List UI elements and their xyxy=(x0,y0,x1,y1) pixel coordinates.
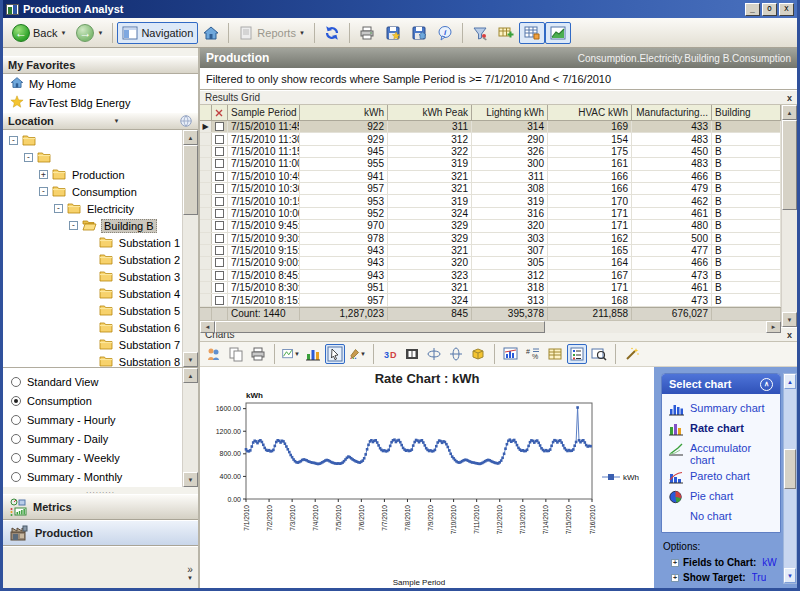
row-selector[interactable] xyxy=(200,282,212,293)
tree-item-substation-2[interactable]: Substation 2 xyxy=(3,251,182,268)
checkbox[interactable] xyxy=(215,283,224,292)
chart-grid-button[interactable] xyxy=(402,344,422,364)
select-chart-pie-chart[interactable]: Pie chart xyxy=(668,488,776,508)
view-option-standard-view[interactable]: Standard View xyxy=(3,372,198,391)
chart-pointer-button[interactable] xyxy=(325,344,345,364)
chart-zoom-button[interactable] xyxy=(589,344,609,364)
checkbox[interactable] xyxy=(215,271,224,280)
radio-icon[interactable] xyxy=(11,377,21,387)
tree-item-electricity[interactable]: -Electricity xyxy=(3,200,182,217)
chart-rotate-v-button[interactable] xyxy=(446,344,466,364)
rate-chart-svg[interactable]: kWh0.00400.00800.001200.001600.007/1/201… xyxy=(200,389,652,587)
tree-expander-icon[interactable]: - xyxy=(24,153,33,162)
checkbox[interactable] xyxy=(215,221,224,230)
location-header[interactable]: Location ▼ xyxy=(3,112,198,130)
tree-scrollbar[interactable]: ▲ ▼ xyxy=(182,130,198,367)
checkbox[interactable] xyxy=(215,234,224,243)
row-checkbox-cell[interactable] xyxy=(212,233,228,244)
reports-button[interactable]: Reports ▼ xyxy=(233,22,309,44)
tree-item-substation-8[interactable]: Substation 8 xyxy=(3,353,182,368)
charts-panel-close-icon[interactable]: x xyxy=(787,330,792,340)
chart-print-button[interactable] xyxy=(248,344,268,364)
view-option-summary-weekly[interactable]: Summary - Weekly xyxy=(3,448,198,467)
grid-vscrollbar[interactable]: ▲ ▼ xyxy=(781,105,797,327)
tree-item-substation-1[interactable]: Substation 1 xyxy=(3,234,182,251)
tree-expander-icon[interactable]: - xyxy=(39,187,48,196)
row-checkbox-cell[interactable] xyxy=(212,146,228,157)
scroll-down-icon[interactable]: ▼ xyxy=(183,352,198,367)
row-selector[interactable] xyxy=(200,183,212,194)
row-checkbox-cell[interactable] xyxy=(212,158,228,169)
grid-column-header-building[interactable]: Building xyxy=(712,105,781,120)
view-option-consumption[interactable]: Consumption xyxy=(3,391,198,410)
row-checkbox-cell[interactable] xyxy=(212,220,228,231)
scroll-up-icon[interactable]: ▲ xyxy=(183,368,198,383)
task-pane-scrollbar[interactable]: ▲ ▼ xyxy=(783,373,797,584)
select-chart-summary-chart[interactable]: Summary chart xyxy=(668,400,776,420)
row-checkbox-cell[interactable] xyxy=(212,133,228,144)
table-row[interactable]: 7/15/2010 8:45:0...943323312167473B xyxy=(200,270,781,282)
radio-icon[interactable] xyxy=(11,472,21,482)
views-scrollbar[interactable]: ▲ ▼ xyxy=(182,368,198,487)
row-selector[interactable] xyxy=(200,146,212,157)
tree-item[interactable]: - xyxy=(3,132,182,149)
row-checkbox-cell[interactable] xyxy=(212,183,228,194)
back-dropdown-icon[interactable]: ▼ xyxy=(60,30,66,36)
grid-column-header-hvac-kwh[interactable]: HVAC kWh xyxy=(548,105,632,120)
minimize-button[interactable]: _ xyxy=(745,3,760,16)
table-row[interactable]: ▶7/15/2010 11:45: ...922311314169433B xyxy=(200,121,781,133)
expand-plus-icon[interactable]: + xyxy=(671,574,679,582)
info-button[interactable]: i xyxy=(432,22,458,44)
radio-icon[interactable] xyxy=(11,396,21,406)
overflow-chevron-icon[interactable]: »▼ xyxy=(187,566,193,582)
table-row[interactable]: 7/15/2010 10:00: ...952324316171461B xyxy=(200,208,781,220)
row-selector[interactable] xyxy=(200,220,212,231)
tree-expander-icon[interactable]: + xyxy=(39,170,48,179)
results-grid-close-icon[interactable]: x xyxy=(787,93,792,103)
radio-icon[interactable] xyxy=(11,434,21,444)
radio-icon[interactable] xyxy=(11,453,21,463)
option-fields-to-chart-[interactable]: +Fields to Chart:kW xyxy=(663,555,779,570)
tree-item-substation-6[interactable]: Substation 6 xyxy=(3,319,182,336)
forward-dropdown-icon[interactable]: ▼ xyxy=(97,30,103,36)
collapse-chevron-icon[interactable]: ∧ xyxy=(760,378,773,391)
location-refresh-icon[interactable] xyxy=(179,114,193,128)
filter-button[interactable] xyxy=(467,22,493,44)
save-home-button[interactable] xyxy=(406,22,432,44)
chart-legend-toggle[interactable] xyxy=(567,344,587,364)
scroll-thumb[interactable] xyxy=(183,145,198,215)
maximize-button[interactable]: o xyxy=(762,3,777,16)
view-option-summary-daily[interactable]: Summary - Daily xyxy=(3,429,198,448)
row-selector[interactable] xyxy=(200,233,212,244)
view-option-summary-hourly[interactable]: Summary - Hourly xyxy=(3,410,198,429)
scroll-down-icon[interactable]: ▼ xyxy=(183,472,198,487)
tree-expander-icon[interactable]: - xyxy=(69,221,78,230)
scroll-up-icon[interactable]: ▲ xyxy=(784,374,796,389)
scroll-down-icon[interactable]: ▼ xyxy=(784,568,796,583)
production-bar[interactable]: Production xyxy=(3,520,198,546)
row-checkbox-cell[interactable] xyxy=(212,195,228,206)
chart-copy-button[interactable] xyxy=(226,344,246,364)
tree-item-substation-5[interactable]: Substation 5 xyxy=(3,302,182,319)
grid-column-header-kwh[interactable]: kWh xyxy=(300,105,388,120)
row-checkbox-cell[interactable] xyxy=(212,171,228,182)
expand-plus-icon[interactable]: + xyxy=(671,559,679,567)
tree-expander-icon[interactable]: - xyxy=(54,204,63,213)
chart-rotate-h-button[interactable] xyxy=(424,344,444,364)
row-selector[interactable] xyxy=(200,133,212,144)
table-row[interactable]: 7/15/2010 9:45:0...970329320171480B xyxy=(200,220,781,232)
table-row[interactable]: 7/15/2010 11:00: ...955319300161483B xyxy=(200,158,781,170)
scroll-up-icon[interactable]: ▲ xyxy=(782,105,797,120)
checkbox[interactable] xyxy=(215,246,224,255)
show-chart-toggle[interactable] xyxy=(545,22,571,44)
navigation-toggle-button[interactable]: Navigation xyxy=(117,22,198,44)
radio-icon[interactable] xyxy=(11,415,21,425)
chart-axis-labels-button[interactable]: #% xyxy=(523,344,543,364)
table-row[interactable]: 7/15/2010 8:15:0...957324313168473B xyxy=(200,294,781,306)
table-row[interactable]: 7/15/2010 11:15: ...945322326175450B xyxy=(200,146,781,158)
checkbox[interactable] xyxy=(215,135,224,144)
tree-item-substation-4[interactable]: Substation 4 xyxy=(3,285,182,302)
tree-item-substation-3[interactable]: Substation 3 xyxy=(3,268,182,285)
home-button[interactable] xyxy=(198,22,224,44)
row-checkbox-cell[interactable] xyxy=(212,208,228,219)
